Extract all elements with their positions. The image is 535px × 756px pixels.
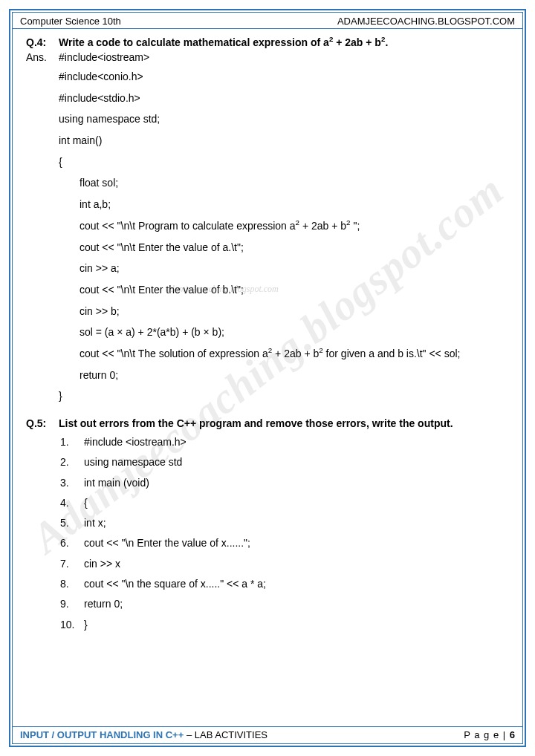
code-line: int main(): [59, 130, 509, 151]
q5-list: 1.#include <iostream.h> 2.using namespac…: [59, 432, 509, 635]
q4-code-line-1: #include<iostream>: [59, 51, 509, 63]
q4-text-3: .: [385, 36, 388, 48]
header-left: Computer Science 10th: [20, 16, 121, 27]
footer-right: P a g e | 6: [464, 729, 515, 740]
code-line: cout << "\n\t Enter the value of b.\t";: [80, 279, 509, 301]
ans-label: Ans.: [26, 51, 59, 63]
code-line: sol = (a × a) + 2*(a*b) + (b × b);: [80, 322, 509, 343]
footer-left: INPUT / OUTPUT HANDLING IN C++ – LAB ACT…: [20, 729, 268, 740]
q4-code: #include<conio.h> #include<stdio.h> usin…: [59, 66, 509, 407]
code-line: cin >> a;: [80, 258, 509, 279]
list-code: cout << "\n the square of x....." << a *…: [80, 574, 509, 594]
code-line: cout << "\n\t Enter the value of a.\t";: [80, 237, 509, 258]
content-area: Adamjeecoaching.blogspot.com adamjeecoac…: [13, 29, 522, 726]
code-line: float sol;: [80, 172, 509, 194]
list-item: 1.#include <iostream.h>: [59, 432, 509, 452]
q5-question: List out errors from the C++ program and…: [59, 417, 509, 429]
code-text: cout << "\n\t Program to calculate expre…: [80, 220, 296, 232]
list-item: 10.}: [59, 615, 509, 635]
code-line: #include<stdio.h>: [59, 88, 509, 109]
code-line: using namespace std;: [59, 108, 509, 130]
q5-row: Q.5: List out errors from the C++ progra…: [26, 417, 509, 429]
footer-title: INPUT / OUTPUT HANDLING IN C++: [20, 729, 184, 740]
code-text: + 2ab + b: [272, 348, 319, 359]
code-line: cout << "\n\t The solution of expression…: [80, 343, 509, 365]
list-num: 10.: [59, 615, 80, 635]
list-code: int x;: [80, 513, 509, 533]
list-num: 4.: [59, 493, 80, 513]
q4-label: Q.4:: [26, 36, 59, 48]
list-num: 9.: [59, 594, 80, 614]
q4-ans-row: Ans. #include<iostream>: [26, 51, 509, 63]
list-code: #include <iostream.h>: [80, 432, 509, 452]
list-num: 6.: [59, 533, 80, 553]
list-code: cin >> x: [80, 554, 509, 574]
list-num: 7.: [59, 554, 80, 574]
q5-label: Q.5:: [26, 417, 59, 429]
list-item: 7.cin >> x: [59, 554, 509, 574]
header-right: ADAMJEECOACHING.BLOGSPOT.COM: [337, 16, 515, 27]
code-line: cin >> b;: [80, 301, 509, 322]
page-number: 6: [510, 729, 515, 740]
list-code: cout << "\n Enter the value of x......";: [80, 533, 509, 553]
code-text: ";: [351, 220, 360, 232]
code-line: int a,b;: [80, 194, 509, 215]
page-header: Computer Science 10th ADAMJEECOACHING.BL…: [13, 13, 522, 29]
list-num: 2.: [59, 452, 80, 472]
list-item: 2.using namespace std: [59, 452, 509, 472]
page-footer: INPUT / OUTPUT HANDLING IN C++ – LAB ACT…: [13, 726, 522, 743]
list-item: 9.return 0;: [59, 594, 509, 614]
code-line: return 0;: [80, 365, 509, 386]
page-label: P a g e |: [464, 729, 510, 740]
code-line: {: [59, 151, 509, 173]
list-code: {: [80, 493, 509, 513]
footer-subtitle: – LAB ACTIVITIES: [184, 729, 268, 740]
outer-border: Computer Science 10th ADAMJEECOACHING.BL…: [9, 9, 526, 747]
list-item: 8.cout << "\n the square of x....." << a…: [59, 574, 509, 594]
code-text: for given a and b is.\t" << sol;: [323, 348, 461, 359]
code-line: cout << "\n\t Program to calculate expre…: [80, 215, 509, 237]
code-line: #include<conio.h>: [59, 66, 509, 88]
inner-border: Computer Science 10th ADAMJEECOACHING.BL…: [12, 12, 523, 744]
list-code: }: [80, 615, 509, 635]
q4-question: Write a code to calculate mathematical e…: [59, 36, 509, 48]
list-item: 4.{: [59, 493, 509, 513]
list-num: 5.: [59, 513, 80, 533]
list-code: return 0;: [80, 594, 509, 614]
q4-text-2: + 2ab + b: [333, 36, 381, 48]
q4-text-1: Write a code to calculate mathematical e…: [59, 36, 329, 48]
list-item: 6.cout << "\n Enter the value of x......…: [59, 533, 509, 553]
list-num: 8.: [59, 574, 80, 594]
list-code: int main (void): [80, 473, 509, 493]
list-num: 1.: [59, 432, 80, 452]
list-item: 3.int main (void): [59, 473, 509, 493]
list-code: using namespace std: [80, 452, 509, 472]
code-text: cout << "\n\t The solution of expression…: [80, 348, 268, 359]
list-item: 5.int x;: [59, 513, 509, 533]
code-text: + 2ab + b: [299, 220, 346, 232]
page: Computer Science 10th ADAMJEECOACHING.BL…: [0, 0, 535, 756]
spacer: [26, 407, 509, 417]
code-line: }: [59, 385, 509, 407]
list-num: 3.: [59, 473, 80, 493]
q4-row: Q.4: Write a code to calculate mathemati…: [26, 36, 509, 48]
